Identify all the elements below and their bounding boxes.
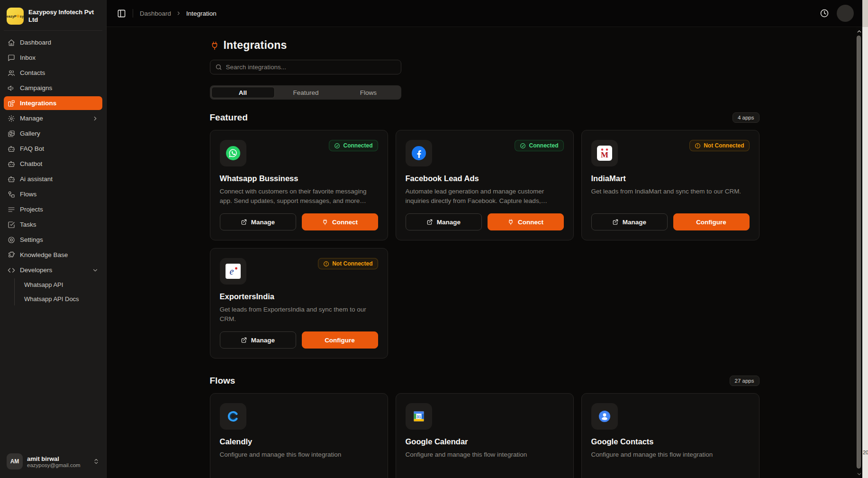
sidebar: eazyPsy Eazyposy Infotech Pvt Ltd Dashbo… (0, 0, 107, 478)
workflow-icon (8, 191, 15, 198)
sidebar-item-label: FAQ Bot (20, 145, 99, 152)
code-icon (8, 267, 15, 274)
external-link-icon (612, 219, 619, 225)
manage-button[interactable]: Manage (220, 213, 296, 230)
sidebar-item-label: Knowledge Base (20, 251, 99, 258)
sidebar-item-manage[interactable]: Manage (4, 111, 102, 125)
scrollbar-thumb[interactable] (857, 36, 861, 469)
button-label: Connect (518, 219, 543, 226)
integration-description: Automate lead generation and manage cust… (406, 187, 564, 205)
sidebar-item-label: Inbox (20, 54, 99, 61)
external-link-icon (426, 219, 433, 225)
user-menu[interactable]: AM amit birwal eazyposy@gmail.com (4, 450, 102, 473)
chevron-right-icon (92, 115, 99, 122)
sidebar-item-chatbot[interactable]: Chatbot (4, 157, 102, 171)
home-icon (8, 39, 15, 46)
page-title: Integrations (224, 39, 287, 52)
bot-icon (8, 175, 15, 183)
search-box (210, 60, 401, 74)
manage-button[interactable]: Manage (406, 213, 482, 230)
status-badge: Not Connected (318, 258, 378, 269)
google-contacts-icon (591, 403, 618, 430)
integration-name: Google Contacts (591, 437, 750, 446)
integration-description: Connect with customers on their favorite… (220, 187, 378, 205)
plug-icon (507, 219, 514, 225)
brand[interactable]: eazyPsy Eazyposy Infotech Pvt Ltd (4, 5, 102, 31)
section-title-flows: Flows (210, 376, 235, 386)
sidebar-item-label: Integrations (20, 100, 99, 107)
profile-avatar[interactable] (837, 5, 854, 22)
status-badge: Not Connected (689, 140, 749, 151)
sidebar-item-projects[interactable]: Projects (4, 202, 102, 216)
main-area: Dashboard Integration Integrations All F… (107, 0, 862, 478)
breadcrumb-dashboard[interactable]: Dashboard (140, 10, 171, 17)
user-name: amit birwal (27, 455, 89, 462)
configure-button[interactable]: Configure (302, 331, 378, 349)
chevrons-up-down-icon (93, 458, 99, 465)
sidebar-item-label: Settings (20, 236, 99, 243)
vertical-scrollbar[interactable] (856, 27, 862, 478)
scroll-up-icon[interactable] (856, 29, 862, 34)
plug-icon (322, 219, 328, 225)
chevron-down-icon (92, 267, 99, 274)
scroll-down-icon[interactable] (856, 471, 862, 477)
button-label: Manage (251, 337, 275, 344)
sidebar-item-developers[interactable]: Developers (4, 263, 102, 277)
external-link-icon (241, 337, 247, 343)
button-label: Configure (325, 337, 355, 344)
edge-text-fragment: 20 (863, 450, 868, 455)
integration-card-facebook: Connected Facebook Lead Ads Automate lea… (396, 130, 574, 240)
sidebar-nav: Dashboard Inbox Contacts Campaigns Integ… (4, 36, 102, 450)
users-icon (8, 69, 15, 77)
sidebar-item-label: Projects (20, 206, 99, 213)
images-icon (8, 130, 15, 138)
eazyposy-logo-icon: eazyPsy (7, 8, 24, 25)
sidebar-toggle-icon[interactable] (117, 9, 126, 18)
clock-icon[interactable] (820, 9, 829, 18)
puzzle-icon (8, 251, 15, 259)
topbar: Dashboard Integration (107, 0, 862, 27)
window-edge-strip: 20 (862, 0, 868, 478)
svg-text:31: 31 (416, 414, 421, 419)
manage-button[interactable]: Manage (220, 331, 296, 349)
sidebar-item-label: Ai assistant (20, 175, 99, 183)
tab-all[interactable]: All (211, 87, 275, 98)
search-input[interactable] (226, 64, 396, 71)
manage-button[interactable]: Manage (591, 213, 668, 230)
apps-count-badge: 27 apps (730, 376, 760, 386)
connect-button[interactable]: Connect (488, 213, 564, 230)
sidebar-item-ai-assistant[interactable]: Ai assistant (4, 172, 102, 186)
bot-icon (8, 145, 15, 153)
sidebar-item-tasks[interactable]: Tasks (4, 218, 102, 231)
sidebar-item-settings[interactable]: Settings (4, 233, 102, 247)
flow-card-calendly: Calendly Configure and manage this flow … (210, 393, 388, 478)
gear-icon (8, 115, 15, 122)
sidebar-item-flows[interactable]: Flows (4, 187, 102, 201)
sidebar-item-faq-bot[interactable]: FAQ Bot (4, 142, 102, 156)
tab-flows[interactable]: Flows (337, 87, 400, 98)
sidebar-item-inbox[interactable]: Inbox (4, 51, 102, 64)
integration-description: Configure and manage this flow integrati… (591, 450, 750, 460)
sidebar-item-label: Tasks (20, 221, 99, 228)
sidebar-item-integrations[interactable]: Integrations (4, 96, 102, 110)
list-icon (8, 206, 15, 213)
tab-featured[interactable]: Featured (275, 87, 337, 98)
bot-icon (8, 160, 15, 168)
sidebar-item-knowledge-base[interactable]: Knowledge Base (4, 248, 102, 262)
sidebar-item-whatsapp-api-docs[interactable]: Whatsapp API Docs (20, 293, 102, 305)
status-label: Connected (343, 142, 372, 149)
integration-card-exportersindia: e Not Connected ExportersIndia Get leads… (210, 248, 388, 358)
search-icon (215, 64, 222, 71)
sidebar-item-whatsapp-api[interactable]: Whatsapp API (20, 278, 102, 291)
button-label: Manage (623, 219, 646, 226)
connect-button[interactable]: Connect (302, 213, 378, 230)
sidebar-item-contacts[interactable]: Contacts (4, 66, 102, 80)
sidebar-item-campaigns[interactable]: Campaigns (4, 81, 102, 95)
configure-button[interactable]: Configure (673, 213, 750, 230)
sidebar-item-gallery[interactable]: Gallery (4, 127, 102, 140)
divider (133, 9, 133, 18)
status-label: Connected (529, 142, 558, 149)
sidebar-item-dashboard[interactable]: Dashboard (4, 36, 102, 49)
integration-description: Configure and manage this flow integrati… (406, 450, 564, 460)
button-label: Manage (251, 219, 275, 226)
